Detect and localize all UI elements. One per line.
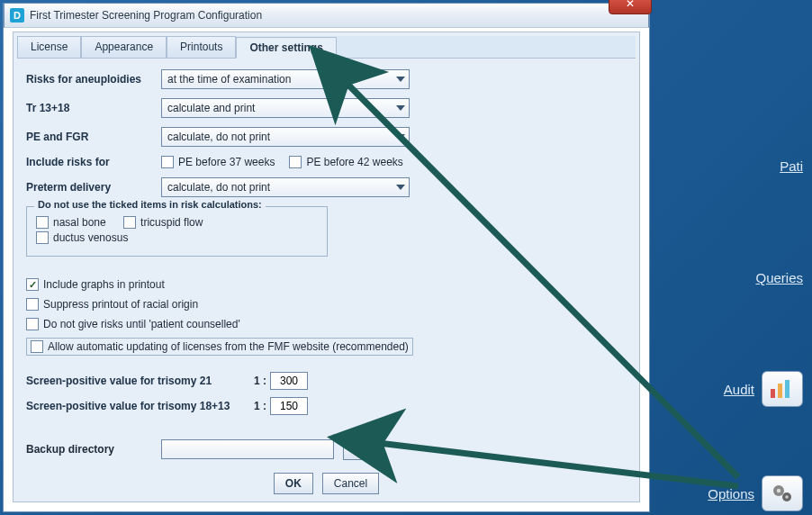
client-area: License Appearance Printouts Other setti… (13, 32, 640, 502)
titlebar: D First Trimester Screening Program Conf… (4, 3, 649, 28)
ratio-label: 1 : (247, 375, 266, 387)
combo-risks-aneuploidies[interactable]: at the time of examination (161, 69, 410, 89)
ratio-label: 1 : (247, 400, 266, 412)
checkbox-box (26, 318, 39, 330)
checkbox-label: ductus venosus (53, 231, 128, 244)
combo-value: calculate, do not print (167, 131, 270, 143)
checkbox-suppress-racial[interactable]: Suppress printout of racial origin (26, 298, 612, 311)
checkbox-tricuspid-flow[interactable]: tricuspid flow (123, 216, 203, 229)
combo-value: at the time of examination (167, 73, 291, 86)
checkbox-box (161, 156, 174, 168)
checkbox-ductus-venosus[interactable]: ductus venosus (36, 231, 128, 244)
chevron-down-icon (396, 77, 405, 82)
svg-rect-2 (785, 380, 789, 398)
sidebar-item-audit[interactable]: Audit (724, 371, 803, 407)
svg-point-6 (785, 495, 789, 499)
checkbox-label: Include graphs in printout (43, 278, 165, 291)
svg-rect-0 (771, 389, 775, 398)
checkbox-label: Do not give risks until 'patient counsel… (43, 318, 240, 330)
tab-appearance[interactable]: Appearance (81, 36, 167, 58)
checkbox-box (123, 216, 136, 229)
svg-point-4 (777, 489, 780, 492)
browse-button[interactable]: ... (343, 438, 372, 460)
sidebar-item-label: Queries (755, 270, 803, 285)
checkbox-box (289, 156, 302, 168)
ok-button[interactable]: OK (274, 473, 313, 494)
chevron-down-icon (396, 105, 405, 111)
checkbox-box (26, 278, 39, 291)
label-risks-aneuploidies: Risks for aneuploidies (26, 73, 161, 86)
gear-icon (762, 475, 803, 511)
combo-pe-fgr[interactable]: calculate, do not print (161, 127, 410, 147)
options-stack: Include graphs in printout Suppress prin… (26, 278, 627, 356)
sidebar-item-options[interactable]: Options (708, 475, 803, 511)
label-pe-fgr: PE and FGR (26, 131, 161, 143)
combo-preterm[interactable]: calculate, do not print (161, 177, 410, 197)
chevron-down-icon (396, 185, 405, 190)
sidebar-item-label: Pati (780, 158, 803, 174)
checkbox-pe37[interactable]: PE before 37 weeks (161, 156, 275, 168)
label-tr1318: Tr 13+18 (26, 102, 161, 114)
checkbox-label: Suppress printout of racial origin (43, 298, 198, 311)
svg-rect-1 (778, 384, 782, 398)
sidebar-item-label: Options (708, 486, 754, 501)
tabstrip: License Appearance Printouts Other setti… (17, 36, 636, 59)
chevron-down-icon (396, 134, 405, 140)
combo-value: calculate and print (167, 102, 255, 114)
checkbox-auto-update[interactable]: Allow automatic updating of licenses fro… (26, 338, 413, 356)
tab-printouts[interactable]: Printouts (167, 36, 236, 58)
checkbox-label: PE before 37 weeks (178, 156, 275, 168)
checkbox-label: PE before 42 weeks (306, 156, 402, 168)
other-settings-panel: Risks for aneuploidies at the time of ex… (17, 59, 636, 460)
combo-tr1318[interactable]: calculate and print (161, 98, 410, 118)
input-backup-dir[interactable] (161, 439, 334, 459)
chart-icon (762, 371, 803, 407)
input-spv21[interactable] (270, 372, 308, 390)
app-icon: D (10, 8, 24, 23)
cancel-button[interactable]: Cancel (322, 473, 379, 494)
window-title: First Trimester Screening Program Config… (30, 9, 262, 22)
checkbox-label: Allow automatic updating of licenses fro… (48, 340, 409, 353)
checkbox-include-graphs[interactable]: Include graphs in printout (26, 278, 612, 291)
checkbox-pe42[interactable]: PE before 42 weeks (289, 156, 402, 168)
sidebar: Pati Queries Audit Options (659, 0, 812, 515)
label-preterm: Preterm delivery (26, 181, 161, 194)
group-title: Do not use the ticked items in risk calc… (34, 199, 266, 210)
exclusion-group: Do not use the ticked items in risk calc… (26, 206, 328, 257)
dialog-footer: OK Cancel (14, 473, 639, 494)
sidebar-item-queries[interactable]: Queries (755, 270, 803, 285)
checkbox-box (26, 298, 39, 311)
checkbox-box (36, 216, 49, 229)
label-include-risks-for: Include risks for (26, 156, 161, 168)
combo-value: calculate, do not print (167, 181, 270, 194)
input-spv1813[interactable] (270, 397, 308, 415)
checkbox-label: nasal bone (53, 216, 106, 229)
checkbox-nasal-bone[interactable]: nasal bone (36, 216, 106, 229)
checkbox-patient-counselled[interactable]: Do not give risks until 'patient counsel… (26, 318, 612, 330)
label-spv21: Screen-positive value for trisomy 21 (26, 375, 247, 387)
config-window: D First Trimester Screening Program Conf… (3, 3, 650, 512)
checkbox-box (36, 231, 49, 244)
close-button[interactable]: ✕ (609, 0, 652, 14)
checkbox-box (31, 340, 43, 353)
label-backup-dir: Backup directory (26, 443, 161, 456)
label-spv1813: Screen-positive value for trisomy 18+13 (26, 400, 247, 412)
checkbox-label: tricuspid flow (140, 216, 203, 229)
tab-license[interactable]: License (17, 36, 81, 58)
close-icon: ✕ (626, 0, 635, 10)
tab-other-settings[interactable]: Other settings (236, 37, 336, 59)
sidebar-item-patients[interactable]: Pati (780, 158, 803, 174)
sidebar-item-label: Audit (724, 382, 754, 397)
